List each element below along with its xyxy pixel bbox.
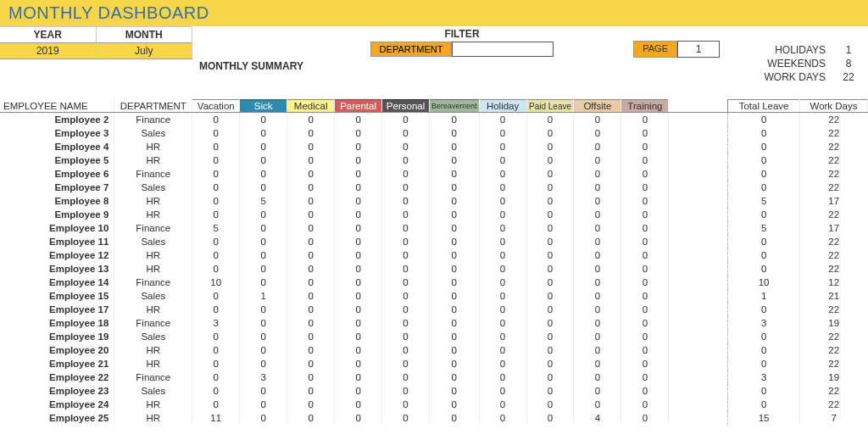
cell-value: 0 (430, 221, 480, 235)
cell-value: 0 (430, 276, 480, 289)
cell-value: 0 (526, 262, 574, 276)
cell-department: Sales (114, 384, 192, 398)
cell-gap (669, 262, 728, 276)
cell-value: 0 (287, 208, 335, 221)
cell-value: 0 (526, 411, 574, 425)
cell-employee: Employee 21 (0, 357, 114, 370)
col-total-leave: Total Leave (728, 100, 800, 113)
cell-value: 0 (382, 343, 430, 357)
cell-value: 0 (335, 303, 382, 316)
summary-stats: HOLIDAYS 1 WEEKENDS 8 WORK DAYS 22 (728, 26, 868, 84)
cell-value: 0 (240, 181, 287, 194)
table-row: Employee 21HR0000000000022 (0, 357, 868, 370)
cell-employee: Employee 17 (0, 303, 114, 316)
page-input[interactable]: 1 (677, 41, 720, 58)
cell-gap (669, 276, 728, 289)
cell-value: 0 (430, 140, 480, 153)
table-row: Employee 5HR0000000000022 (0, 153, 868, 167)
cell-department: Sales (114, 330, 192, 343)
cell-value: 0 (574, 370, 621, 384)
cell-value: 0 (526, 221, 574, 235)
cell-value: 0 (192, 153, 240, 167)
table-row: Employee 8HR0500000000517 (0, 194, 868, 208)
cell-work: 17 (800, 221, 868, 235)
cell-value: 0 (430, 262, 480, 276)
cell-employee: Employee 24 (0, 398, 114, 411)
cell-work: 22 (800, 330, 868, 343)
cell-gap (669, 303, 728, 316)
table-row: Employee 6Finance0000000000022 (0, 167, 868, 181)
cell-value: 0 (192, 289, 240, 303)
cell-total: 0 (728, 181, 800, 194)
cell-value: 0 (526, 330, 574, 343)
cell-value: 0 (574, 289, 621, 303)
cell-value: 0 (479, 248, 526, 262)
table-row: Employee 3Sales0000000000022 (0, 126, 868, 140)
cell-value: 0 (526, 384, 574, 398)
cell-value: 0 (479, 411, 526, 425)
cell-value: 0 (430, 411, 480, 425)
cell-work: 22 (800, 303, 868, 316)
cell-value: 0 (574, 113, 621, 126)
cell-gap (669, 113, 728, 126)
cell-value: 0 (382, 248, 430, 262)
cell-value: 0 (192, 126, 240, 140)
cell-gap (669, 167, 728, 181)
cell-value: 0 (240, 113, 287, 126)
cell-value: 0 (240, 303, 287, 316)
cell-value: 0 (574, 343, 621, 357)
cell-value: 0 (192, 181, 240, 194)
cell-employee: Employee 2 (0, 113, 114, 126)
department-filter-input[interactable] (452, 42, 554, 57)
cell-value: 0 (430, 384, 480, 398)
cell-value: 0 (574, 153, 621, 167)
cell-value: 0 (240, 140, 287, 153)
cell-value: 0 (335, 289, 382, 303)
cell-value: 0 (382, 330, 430, 343)
cell-value: 0 (240, 398, 287, 411)
cell-work: 22 (800, 248, 868, 262)
col-holiday: Holiday (479, 100, 526, 113)
cell-value: 0 (621, 153, 669, 167)
cell-value: 0 (240, 343, 287, 357)
cell-value: 0 (526, 370, 574, 384)
cell-value: 0 (382, 113, 430, 126)
cell-value: 0 (192, 113, 240, 126)
cell-value: 0 (382, 235, 430, 248)
cell-value: 0 (287, 343, 335, 357)
cell-gap (669, 235, 728, 248)
cell-total: 0 (728, 140, 800, 153)
month-value[interactable]: July (97, 43, 193, 59)
cell-value: 0 (382, 303, 430, 316)
cell-value: 0 (621, 370, 669, 384)
table-row: Employee 10Finance5000000000517 (0, 221, 868, 235)
cell-work: 22 (800, 167, 868, 181)
cell-work: 19 (800, 316, 868, 330)
cell-value: 0 (335, 221, 382, 235)
cell-department: Finance (114, 276, 192, 289)
cell-value: 0 (287, 276, 335, 289)
year-value[interactable]: 2019 (0, 43, 97, 59)
cell-value: 0 (574, 126, 621, 140)
cell-value: 0 (192, 398, 240, 411)
table-row: Employee 24HR0000000000022 (0, 398, 868, 411)
department-filter-label: DEPARTMENT (370, 42, 453, 57)
cell-value: 0 (621, 126, 669, 140)
cell-value: 0 (621, 276, 669, 289)
cell-value: 0 (287, 316, 335, 330)
weekends-label: WEEKENDS (735, 58, 836, 70)
cell-gap (669, 398, 728, 411)
year-label: YEAR (0, 27, 97, 43)
cell-value: 0 (287, 330, 335, 343)
cell-employee: Employee 18 (0, 316, 114, 330)
cell-value: 0 (240, 330, 287, 343)
cell-gap (669, 384, 728, 398)
cell-value: 0 (621, 316, 669, 330)
cell-value: 0 (574, 357, 621, 370)
cell-value: 0 (382, 411, 430, 425)
cell-value: 0 (192, 208, 240, 221)
col-personal: Personal (382, 100, 430, 113)
cell-value: 0 (335, 357, 382, 370)
cell-value: 0 (240, 276, 287, 289)
cell-value: 5 (240, 194, 287, 208)
